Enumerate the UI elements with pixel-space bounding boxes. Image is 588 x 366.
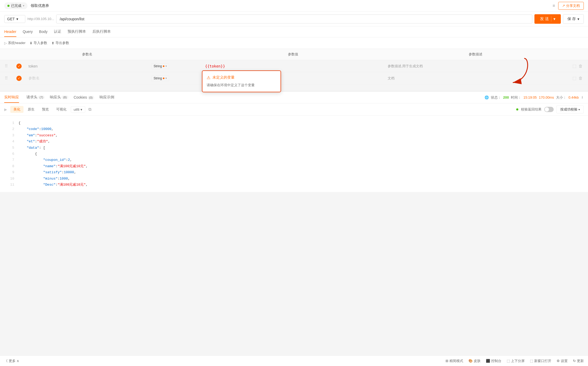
code-tab-visualize[interactable]: 可视化 (53, 106, 70, 113)
utf8-chevron: ▾ (80, 108, 82, 112)
status-code: 200 (503, 95, 509, 99)
system-header-toggle[interactable]: ▷ 系统header (4, 41, 25, 45)
save-button[interactable]: 保 存 ▾ (563, 14, 584, 24)
tab-header[interactable]: Header (4, 27, 16, 37)
json-line: 3 "em": "success", (6, 132, 582, 138)
import-params-btn[interactable]: ⬇ 导入参数 (30, 41, 47, 45)
validate-row: 校验返回结果 按成功校验 ▾ (516, 105, 584, 113)
drag-handle[interactable]: ⠿ (0, 76, 13, 81)
type-chevron: ▾ (165, 77, 167, 80)
size-label: 大小： (556, 95, 566, 100)
share-icon: ↗ (562, 4, 565, 8)
params-table-wrap: 参数名 参数值 参数描述 ⠿ ✓ token String ▾ {{token}… (0, 49, 588, 84)
code-tab-bar: ▶ 美化 原生 预览 可视化 utf8 ▾ ⧉ 校验返回结果 按成功校验 ▾ (0, 103, 588, 116)
time-value: 15:19:05 (523, 95, 537, 99)
type-label: String (154, 76, 162, 80)
tab-post-script[interactable]: 后执行脚本 (92, 27, 111, 37)
col-param-name: 参数名 (25, 51, 149, 58)
method-select[interactable]: GET ▾ (4, 15, 25, 23)
tab-auth[interactable]: 认证 (54, 27, 61, 37)
response-status: 🌐 状态： 200 时间： 15:19:05 170.00ms 大小： 0.44… (485, 95, 584, 100)
params-table-header: 参数名 参数值 参数描述 (0, 49, 588, 60)
share-label: 分享文档 (566, 3, 580, 8)
send-chevron-icon: ▾ (553, 17, 556, 21)
download-icon[interactable]: ⬇ (581, 95, 584, 99)
type-selector[interactable]: String ▾ (151, 63, 169, 69)
share-button[interactable]: ↗ 分享文档 (558, 2, 584, 10)
row-checkbox[interactable]: ✓ (13, 64, 25, 69)
param-desc-cell: 参数描述,用于生成文档 (385, 62, 567, 71)
export-params-btn[interactable]: ⬆ 导出参数 (51, 41, 69, 45)
cube-icon[interactable]: ⬚ (572, 64, 576, 69)
delete-icon[interactable]: 🗑 (578, 76, 583, 81)
validate-button[interactable]: 按成功校验 ▾ (556, 105, 584, 113)
send-label: 发 送 (540, 16, 549, 21)
col-param-desc: 参数描述 (385, 51, 567, 58)
utf8-selector[interactable]: utf8 ▾ (71, 106, 85, 113)
drag-handle[interactable]: ⠿ (0, 64, 13, 69)
popup-desc: 请确保在环境中定义了这个变量 (207, 83, 276, 88)
json-line: 6 { (6, 151, 582, 157)
json-line: 4 "et": "成功", (6, 138, 582, 145)
tab-query[interactable]: Query (23, 27, 33, 37)
import-icon: ⬇ (30, 41, 32, 45)
list-icon[interactable]: ≡ (553, 3, 555, 8)
tab-pre-script[interactable]: 预执行脚本 (68, 27, 86, 37)
system-header-label: 系统header (8, 41, 25, 45)
variable-popup: ⚠ 未定义的变量 请确保在环境中定义了这个变量 (202, 70, 281, 92)
row-checkbox[interactable]: ✓ (13, 76, 25, 81)
required-indicator (163, 65, 164, 67)
type-chevron: ▾ (165, 65, 167, 68)
validate-chevron-icon: ▾ (578, 108, 580, 111)
json-line: 5 "data": [ (6, 145, 582, 151)
tab-bar: Header Query Body 认证 预执行脚本 后执行脚本 (0, 26, 588, 37)
export-label: 导出参数 (55, 41, 69, 45)
status-badge[interactable]: 已完成 ▾ (4, 2, 27, 9)
json-line: 8 "name": "满100元减10元", (6, 163, 582, 169)
json-line: 1{ (6, 120, 582, 126)
url-bar: GET ▾ http://39.105.10... 发 送 ▾ 保 存 ▾ (0, 12, 588, 26)
param-type-cell: String ▾ (149, 74, 202, 82)
tab-realtime[interactable]: 实时响应 (4, 92, 19, 103)
save-label: 保 存 (567, 17, 576, 21)
spacer (0, 84, 588, 90)
required-indicator (163, 78, 164, 79)
size-value: 0.44kb (568, 95, 579, 99)
code-tab-beautify[interactable]: 美化 (10, 106, 23, 113)
status-label: 状态： (491, 95, 501, 100)
send-button[interactable]: 发 送 ▾ (534, 14, 561, 24)
cube-icon[interactable]: ⬚ (572, 76, 576, 81)
delete-icon[interactable]: 🗑 (578, 64, 583, 69)
row-actions: ⬚ 🗑 (567, 64, 588, 69)
duration-value: 170.00ms (539, 95, 554, 99)
globe-icon: 🌐 (485, 95, 489, 99)
copy-icon[interactable]: ⧉ (88, 107, 91, 112)
table-row: ⠿ ✓ 参数名 String ▾ 文档 ⬚ 🗑 (0, 72, 588, 84)
expand-icon[interactable]: ▶ (4, 107, 7, 112)
method-chevron: ▾ (16, 17, 18, 21)
tab-body[interactable]: Body (39, 27, 48, 37)
validate-label: 校验返回结果 (521, 107, 542, 112)
tab-cookies[interactable]: Cookies(0) (72, 93, 96, 103)
json-line: 7 "coupon_id": 2, (6, 157, 582, 163)
code-tab-preview[interactable]: 预览 (39, 106, 52, 113)
tab-res-header[interactable]: 响应头(8) (48, 92, 70, 103)
save-chevron-icon: ▾ (577, 17, 579, 21)
param-value-cell: {{token}} ⚠ 未定义的变量 请确保在环境中定义了这个变量 (202, 62, 385, 70)
tab-req-header[interactable]: 请求头(7) (24, 92, 47, 103)
url-input[interactable] (56, 15, 532, 23)
expand-icon: ▷ (4, 41, 7, 45)
tab-response-example[interactable]: 响应示例 (97, 92, 116, 103)
validate-dot (516, 108, 518, 110)
header-section: ▷ 系统header ⬇ 导入参数 ⬆ 导出参数 (0, 37, 588, 49)
type-selector[interactable]: String ▾ (151, 75, 169, 81)
export-icon: ⬆ (51, 41, 54, 45)
json-viewer: 1{ 2 "code": 10000, 3 "em": "success", 4… (0, 116, 588, 192)
code-tab-raw[interactable]: 原生 (25, 106, 38, 113)
time-label: 时间： (511, 95, 521, 100)
row-actions: ⬚ 🗑 (567, 76, 588, 81)
validate-toggle[interactable] (544, 107, 554, 112)
response-section: 实时响应 请求头(7) 响应头(8) Cookies(0) 响应示例 🌐 状态：… (0, 91, 588, 192)
method-label: GET (7, 17, 15, 21)
url-prefix: http://39.105.10... (27, 17, 54, 21)
